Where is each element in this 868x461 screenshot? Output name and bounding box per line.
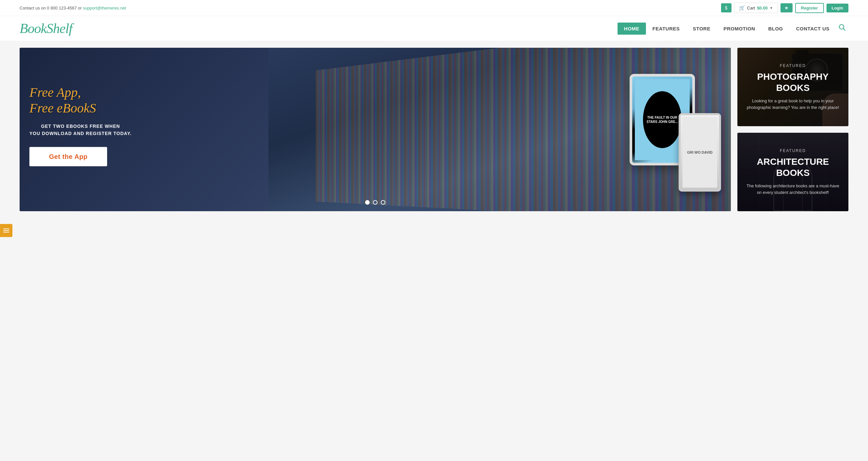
side-panels: FEATURED PHOTOGRAPHYBOOKS Looking for a … [737, 48, 848, 211]
arch-title: ARCHITECTUREBOOKS [757, 156, 829, 178]
tablet-book-title: THE FAULT IN OUR STARS JOHN GRE... [646, 115, 679, 124]
login-button[interactable]: Login [827, 4, 848, 12]
top-bar-actions: $ 🛒 Cart $0.00 ▼ ★ Register Login [721, 3, 848, 13]
cart-label: Cart [747, 5, 755, 10]
device-mockups: THE FAULT IN OUR STARS JOHN GRE... GRI W… [630, 74, 721, 192]
hero-slider: THE FAULT IN OUR STARS JOHN GRE... GRI W… [20, 48, 731, 211]
currency-button[interactable]: $ [721, 3, 732, 12]
phone-screen: GRI WO DAVID [681, 115, 719, 190]
nav-item-blog[interactable]: BLOG [762, 23, 789, 35]
cart-icon: 🛒 [739, 5, 745, 11]
slider-dot-1[interactable] [365, 200, 370, 205]
search-icon [839, 24, 846, 31]
phone-mockup: GRI WO DAVID [679, 113, 721, 192]
cart-dropdown-arrow: ▼ [770, 6, 773, 10]
photo-title: PHOTOGRAPHYBOOKS [757, 71, 829, 93]
slider-dots [365, 200, 385, 205]
svg-line-1 [843, 29, 845, 31]
register-button[interactable]: Register [795, 3, 824, 13]
arch-description: The following architecture books are a m… [744, 183, 842, 196]
photo-description: Looking for a great book to help you in … [744, 98, 842, 111]
slider-dot-3[interactable] [381, 200, 385, 205]
nav-item-features[interactable]: FEATURES [646, 23, 686, 35]
nav-item-home[interactable]: HOME [618, 23, 646, 35]
arch-content: FEATURED ARCHITECTUREBOOKS The following… [737, 133, 848, 211]
get-app-button[interactable]: Get the App [29, 147, 107, 166]
hero-subtext: GET TWO EBOOKS FREE WHENYOU DOWNLOAD AND… [29, 123, 132, 137]
cart-amount: $0.00 [757, 5, 768, 10]
hero-headline-line2: Free eBookS [29, 100, 132, 116]
slider-dot-2[interactable] [373, 200, 377, 205]
header: BookShelf HOME FEATURES STORE PROMOTION … [0, 16, 868, 41]
nav-item-store[interactable]: STORE [686, 23, 717, 35]
photo-content: FEATURED PHOTOGRAPHYBOOKS Looking for a … [737, 48, 848, 126]
contact-info: Contact us on 0 800 123-4567 or support@… [20, 5, 126, 10]
hero-headline-line1: Free App, [29, 85, 132, 100]
search-button[interactable] [836, 21, 848, 36]
logo[interactable]: BookShelf [20, 21, 72, 36]
architecture-books-card[interactable]: FEATURED ARCHITECTUREBOOKS The following… [737, 133, 848, 211]
photography-books-card[interactable]: FEATURED PHOTOGRAPHYBOOKS Looking for a … [737, 48, 848, 126]
photo-featured-label: FEATURED [780, 63, 806, 68]
main-nav: HOME FEATURES STORE PROMOTION BLOG CONTA… [618, 21, 848, 36]
hero-text: Free App, Free eBookS GET TWO EBOOKS FRE… [29, 85, 132, 166]
nav-item-contact[interactable]: CONTACT US [789, 23, 836, 35]
contact-text: Contact us on 0 800 123-4567 or [20, 5, 83, 10]
arch-featured-label: FEATURED [780, 148, 806, 153]
hero-headline: Free App, Free eBookS [29, 85, 132, 116]
wishlist-button[interactable]: ★ [780, 3, 793, 12]
top-bar: Contact us on 0 800 123-4567 or support@… [0, 0, 868, 16]
phone-text: GRI WO DAVID [687, 150, 713, 154]
main-content: THE FAULT IN OUR STARS JOHN GRE... GRI W… [0, 41, 868, 218]
nav-item-promotion[interactable]: PROMOTION [717, 23, 762, 35]
support-email-link[interactable]: support@themerex.net [83, 5, 126, 10]
cart-button[interactable]: 🛒 Cart $0.00 ▼ [734, 3, 778, 13]
